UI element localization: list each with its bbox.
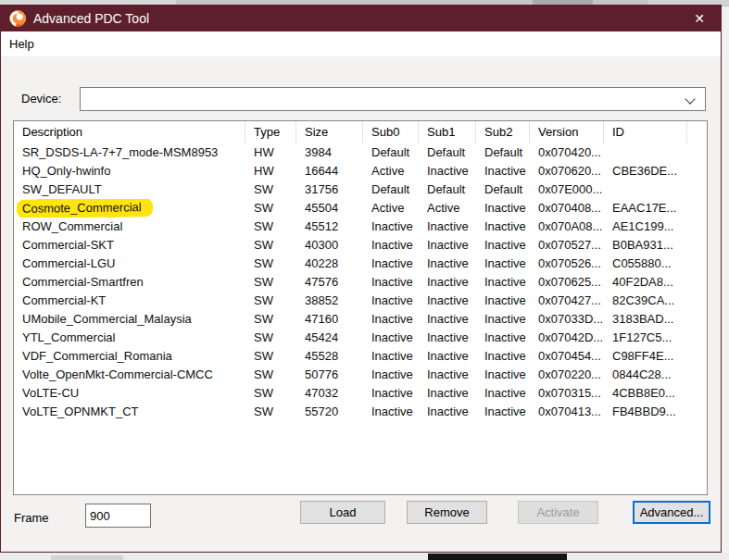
activate-button[interactable]: Activate [518,501,598,524]
title-bar: Advanced PDC Tool ✕ [1,6,721,31]
cell-size: 40228 [296,255,363,273]
cell-size: 50776 [296,366,363,384]
cell-type: SW [245,236,296,255]
remove-button[interactable]: Remove [407,501,487,524]
cell-size: 31756 [296,180,363,199]
cell-size: 45504 [296,199,363,218]
table-row[interactable]: ROW_CommercialSW45512InactiveInactiveIna… [14,218,707,236]
cell-sub2: Default [476,143,530,162]
cell-description: UMobile_Commercial_Malaysia [14,310,245,329]
cell-size: 16644 [296,162,363,180]
cell-size: 45528 [296,347,363,366]
table-row[interactable]: Commercial-KTSW38852InactiveInactiveInac… [14,292,707,310]
cell-id: 1F127C5... [604,329,687,347]
cell-sub2: Inactive [476,255,530,273]
cell-sub1: Inactive [419,162,476,180]
column-header-sub1[interactable]: Sub1 [419,121,476,143]
cell-description: Volte_OpenMkt-Commercial-CMCC [14,366,245,384]
cell-description: Commercial-KT [14,292,245,310]
table-row[interactable]: YTL_CommercialSW45424InactiveInactiveIna… [14,329,707,347]
cell-size: 47160 [296,310,363,329]
cell-type: SW [245,180,296,199]
cell-description: Commercial-SKT [14,236,245,255]
cell-sub0: Inactive [363,366,419,384]
cell-type: HW [245,143,296,162]
background-segment [51,555,123,560]
background-strip-right [722,6,729,553]
table-body: SR_DSDS-LA-7+7_mode-MSM8953HW3984Default… [14,143,707,421]
table-row[interactable]: HQ_Only-hwinfoHW16644ActiveInactiveInact… [14,162,707,180]
table-row[interactable]: Commercial-LGUSW40228InactiveInactiveIna… [14,255,707,273]
cell-sub1: Inactive [419,236,476,255]
table-row[interactable]: Commercial-SmartfrenSW47576InactiveInact… [14,273,707,292]
cell-sub0: Inactive [363,329,419,347]
cell-description: VoLTE_OPNMKT_CT [14,403,245,421]
cell-sub0: Default [363,180,419,199]
cell-version: 0x07E000... [530,180,604,199]
table-row[interactable]: Volte_OpenMkt-Commercial-CMCCSW50776Inac… [14,366,707,384]
cell-type: SW [245,384,296,403]
cell-version: 0x070408... [530,199,604,218]
cell-version: 0x07033D... [530,310,604,329]
table-row[interactable]: SR_DSDS-LA-7+7_mode-MSM8953HW3984Default… [14,143,707,162]
column-header-sub0[interactable]: Sub0 [363,121,419,143]
cell-version: 0x070527... [530,236,604,255]
cell-sub0: Inactive [363,273,419,292]
cell-type: SW [245,199,296,218]
table-row[interactable]: Cosmote_CommercialSW45504ActiveActiveIna… [14,199,707,218]
device-combobox[interactable] [80,87,706,111]
cell-id: 3183BAD... [604,310,687,329]
cell-sub2: Inactive [476,310,530,329]
cell-sub2: Inactive [476,162,530,180]
menu-help[interactable]: Help [1,33,43,55]
cell-description: Commercial-LGU [14,255,245,273]
cell-version: 0x070420... [530,143,604,162]
cell-version: 0x070315... [530,384,604,403]
cell-sub2: Inactive [476,199,530,218]
close-icon[interactable]: ✕ [678,6,721,31]
background-segment [428,554,567,560]
cell-id [604,143,687,162]
cell-id: CBE36DE... [604,162,687,180]
cell-sub1: Inactive [419,273,476,292]
cell-sub2: Default [476,180,530,199]
cell-sub2: Inactive [476,236,530,255]
frame-input[interactable] [85,504,151,528]
cell-description: ROW_Commercial [14,218,245,236]
cell-type: SW [245,255,296,273]
cell-description: Cosmote_Commercial [14,199,245,218]
cell-version: 0x070427... [530,292,604,310]
cell-type: SW [245,273,296,292]
advanced-button[interactable]: Advanced... [633,501,710,524]
cell-sub0: Inactive [363,292,419,310]
cell-sub1: Inactive [419,292,476,310]
cell-type: SW [245,403,296,421]
cell-sub0: Active [363,162,419,180]
column-header-type[interactable]: Type [245,121,296,143]
cell-sub2: Inactive [476,329,530,347]
table-row[interactable]: UMobile_Commercial_MalaysiaSW47160Inacti… [14,310,707,329]
column-header-sub2[interactable]: Sub2 [476,121,530,143]
table-row[interactable]: SW_DEFAULTSW31756DefaultDefaultDefault0x… [14,180,707,199]
table-row[interactable]: VoLTE-CUSW47032InactiveInactiveInactive0… [14,384,707,403]
cell-version: 0x070413... [530,403,604,421]
cell-sub1: Inactive [419,366,476,384]
column-header-size[interactable]: Size [296,121,363,143]
cell-type: SW [245,366,296,384]
table-header-row: DescriptionTypeSizeSub0Sub1Sub2VersionID [14,121,707,143]
cell-size: 47032 [296,384,363,403]
table-row[interactable]: Commercial-SKTSW40300InactiveInactiveIna… [14,236,707,255]
load-button[interactable]: Load [300,501,385,524]
cell-version: 0x070526... [530,255,604,273]
device-label: Device: [21,92,61,106]
cell-sub2: Inactive [476,403,530,421]
column-header-id[interactable]: ID [604,121,687,143]
column-header-description[interactable]: Description [14,121,245,143]
table-row[interactable]: VDF_Commercial_RomaniaSW45528InactiveIna… [14,347,707,366]
cell-id [604,180,687,199]
column-header-version[interactable]: Version [530,121,604,143]
table-row[interactable]: VoLTE_OPNMKT_CTSW55720InactiveInactiveIn… [14,403,707,421]
cell-version: 0x070454... [530,347,604,366]
cell-id: 0844C28... [604,366,687,384]
cell-description: SR_DSDS-LA-7+7_mode-MSM8953 [14,143,245,162]
